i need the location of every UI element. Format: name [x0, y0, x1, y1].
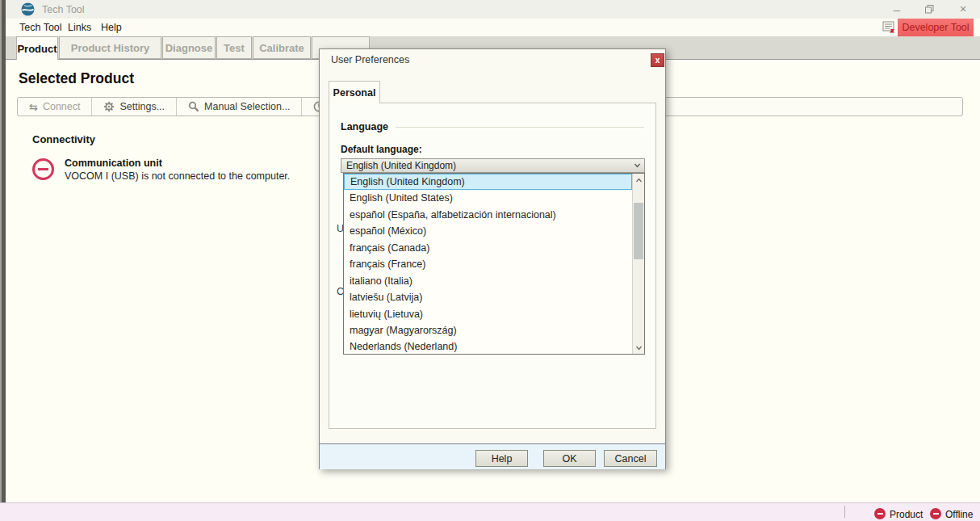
restore-button[interactable] [919, 1, 940, 17]
user-preferences-dialog: User Preferences x Personal Language Def… [319, 48, 666, 469]
list-item[interactable]: italiano (Italia) [344, 273, 632, 289]
tab-test[interactable]: Test [216, 36, 252, 59]
chevron-down-icon [633, 161, 642, 170]
language-dropdown-list: English (United Kingdom) English (United… [343, 173, 645, 355]
personal-panel: Language Default language: English (Unit… [329, 103, 656, 429]
default-language-label: Default language: [341, 144, 422, 155]
list-item[interactable]: magyar (Magyarország) [344, 322, 632, 338]
page-title: Selected Product [19, 70, 134, 87]
settings-button[interactable]: Settings... [92, 98, 177, 116]
scroll-up-icon[interactable] [633, 174, 644, 186]
close-window-button[interactable]: × [953, 1, 974, 17]
connectivity-heading: Connectivity [32, 133, 95, 145]
statusbar-separator [844, 506, 845, 518]
list-item[interactable]: français (Canada) [344, 240, 632, 256]
tab-product[interactable]: Product [16, 36, 58, 60]
dropdown-scrollbar[interactable] [632, 174, 644, 354]
manual-selection-button[interactable]: Manual Selection... [177, 98, 302, 116]
default-language-select[interactable]: English (United Kingdom) [341, 158, 645, 173]
session-log-icon[interactable] [882, 21, 897, 34]
dialog-close-button[interactable]: x [651, 53, 664, 67]
window-title: Tech Tool [42, 4, 85, 15]
menu-links[interactable]: Links [68, 22, 91, 33]
scrollbar-thumb[interactable] [634, 203, 643, 259]
list-item[interactable]: Nederlands (Nederland) [344, 338, 632, 355]
list-item[interactable]: español (México) [344, 223, 632, 239]
menu-help[interactable]: Help [101, 22, 122, 33]
connect-button[interactable]: ⇆ Connect [18, 98, 92, 116]
language-section-label: Language [341, 121, 388, 132]
tab-calibrate[interactable]: Calibrate [253, 36, 311, 59]
communication-unit-title: Communication unit [65, 158, 162, 169]
ok-button[interactable]: OK [543, 450, 596, 467]
scroll-down-icon[interactable] [633, 342, 644, 353]
statusbar [0, 502, 980, 521]
list-item[interactable]: español (España, alfabetización internac… [344, 207, 632, 223]
list-item[interactable]: latviešu (Latvija) [344, 289, 632, 305]
product-status-icon [874, 508, 886, 519]
list-item[interactable]: français (France) [344, 256, 632, 272]
list-item[interactable]: lietuvių (Lietuva) [344, 306, 632, 322]
menubar [6, 19, 980, 36]
help-button[interactable]: Help [475, 450, 528, 467]
cancel-button[interactable]: Cancel [604, 450, 657, 467]
minimize-button[interactable]: – [886, 1, 907, 17]
titlebar [6, 0, 980, 19]
dialog-title: User Preferences [331, 54, 409, 65]
tab-diagnose[interactable]: Diagnose [162, 36, 216, 59]
tab-product-history[interactable]: Product History [59, 36, 161, 59]
offline-status-icon [930, 508, 941, 519]
not-connected-icon [32, 158, 54, 180]
window-left-edge [0, 0, 6, 502]
menu-tech-tool[interactable]: Tech Tool [19, 22, 62, 33]
list-item[interactable]: English (United Kingdom) [344, 174, 632, 190]
search-icon [188, 101, 199, 112]
app-icon [21, 2, 35, 16]
section-rule [396, 127, 644, 128]
list-item[interactable]: English (United States) [344, 190, 632, 206]
offline-status-label: Offline [945, 509, 973, 520]
developer-tool-button[interactable]: Developer Tool [898, 19, 974, 36]
tab-personal[interactable]: Personal [329, 81, 380, 103]
communication-unit-message: VOCOM I (USB) is not connected to the co… [65, 170, 290, 182]
gear-icon [103, 101, 115, 112]
connect-icon: ⇆ [29, 101, 38, 113]
product-status-label: Product [890, 509, 923, 520]
